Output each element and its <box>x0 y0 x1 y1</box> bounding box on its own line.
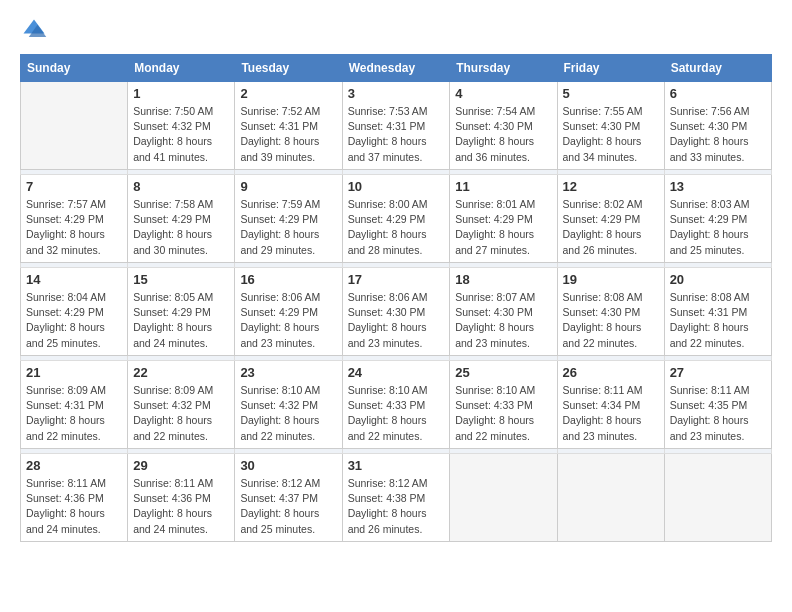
day-number: 8 <box>133 179 229 194</box>
day-cell: 23Sunrise: 8:10 AMSunset: 4:32 PMDayligh… <box>235 361 342 449</box>
day-cell: 27Sunrise: 8:11 AMSunset: 4:35 PMDayligh… <box>664 361 771 449</box>
day-number: 10 <box>348 179 445 194</box>
day-cell: 14Sunrise: 8:04 AMSunset: 4:29 PMDayligh… <box>21 268 128 356</box>
week-row-4: 21Sunrise: 8:09 AMSunset: 4:31 PMDayligh… <box>21 361 772 449</box>
day-info: Sunrise: 8:00 AMSunset: 4:29 PMDaylight:… <box>348 197 445 258</box>
day-info: Sunrise: 8:09 AMSunset: 4:31 PMDaylight:… <box>26 383 122 444</box>
day-cell: 3Sunrise: 7:53 AMSunset: 4:31 PMDaylight… <box>342 82 450 170</box>
day-info: Sunrise: 8:10 AMSunset: 4:33 PMDaylight:… <box>348 383 445 444</box>
day-cell: 1Sunrise: 7:50 AMSunset: 4:32 PMDaylight… <box>128 82 235 170</box>
week-row-3: 14Sunrise: 8:04 AMSunset: 4:29 PMDayligh… <box>21 268 772 356</box>
day-cell: 16Sunrise: 8:06 AMSunset: 4:29 PMDayligh… <box>235 268 342 356</box>
header-thursday: Thursday <box>450 55 557 82</box>
day-number: 7 <box>26 179 122 194</box>
day-info: Sunrise: 7:58 AMSunset: 4:29 PMDaylight:… <box>133 197 229 258</box>
day-number: 23 <box>240 365 336 380</box>
day-cell: 4Sunrise: 7:54 AMSunset: 4:30 PMDaylight… <box>450 82 557 170</box>
day-info: Sunrise: 8:12 AMSunset: 4:37 PMDaylight:… <box>240 476 336 537</box>
day-info: Sunrise: 8:07 AMSunset: 4:30 PMDaylight:… <box>455 290 551 351</box>
day-info: Sunrise: 8:06 AMSunset: 4:29 PMDaylight:… <box>240 290 336 351</box>
day-cell: 25Sunrise: 8:10 AMSunset: 4:33 PMDayligh… <box>450 361 557 449</box>
day-cell <box>557 454 664 542</box>
day-cell <box>664 454 771 542</box>
day-info: Sunrise: 8:09 AMSunset: 4:32 PMDaylight:… <box>133 383 229 444</box>
day-cell: 29Sunrise: 8:11 AMSunset: 4:36 PMDayligh… <box>128 454 235 542</box>
day-cell: 19Sunrise: 8:08 AMSunset: 4:30 PMDayligh… <box>557 268 664 356</box>
day-info: Sunrise: 8:11 AMSunset: 4:36 PMDaylight:… <box>133 476 229 537</box>
header-wednesday: Wednesday <box>342 55 450 82</box>
day-cell: 5Sunrise: 7:55 AMSunset: 4:30 PMDaylight… <box>557 82 664 170</box>
day-cell: 26Sunrise: 8:11 AMSunset: 4:34 PMDayligh… <box>557 361 664 449</box>
day-number: 24 <box>348 365 445 380</box>
day-info: Sunrise: 8:10 AMSunset: 4:32 PMDaylight:… <box>240 383 336 444</box>
day-cell: 10Sunrise: 8:00 AMSunset: 4:29 PMDayligh… <box>342 175 450 263</box>
day-info: Sunrise: 7:59 AMSunset: 4:29 PMDaylight:… <box>240 197 336 258</box>
day-number: 16 <box>240 272 336 287</box>
header-sunday: Sunday <box>21 55 128 82</box>
day-number: 6 <box>670 86 766 101</box>
day-info: Sunrise: 7:54 AMSunset: 4:30 PMDaylight:… <box>455 104 551 165</box>
day-cell: 6Sunrise: 7:56 AMSunset: 4:30 PMDaylight… <box>664 82 771 170</box>
day-number: 26 <box>563 365 659 380</box>
day-number: 30 <box>240 458 336 473</box>
day-cell: 17Sunrise: 8:06 AMSunset: 4:30 PMDayligh… <box>342 268 450 356</box>
day-cell: 8Sunrise: 7:58 AMSunset: 4:29 PMDaylight… <box>128 175 235 263</box>
day-number: 27 <box>670 365 766 380</box>
day-info: Sunrise: 8:08 AMSunset: 4:30 PMDaylight:… <box>563 290 659 351</box>
day-cell: 21Sunrise: 8:09 AMSunset: 4:31 PMDayligh… <box>21 361 128 449</box>
day-cell: 31Sunrise: 8:12 AMSunset: 4:38 PMDayligh… <box>342 454 450 542</box>
day-cell <box>450 454 557 542</box>
day-number: 15 <box>133 272 229 287</box>
day-info: Sunrise: 8:06 AMSunset: 4:30 PMDaylight:… <box>348 290 445 351</box>
day-info: Sunrise: 8:12 AMSunset: 4:38 PMDaylight:… <box>348 476 445 537</box>
day-cell: 12Sunrise: 8:02 AMSunset: 4:29 PMDayligh… <box>557 175 664 263</box>
header <box>20 16 772 44</box>
day-number: 20 <box>670 272 766 287</box>
week-row-2: 7Sunrise: 7:57 AMSunset: 4:29 PMDaylight… <box>21 175 772 263</box>
header-saturday: Saturday <box>664 55 771 82</box>
day-number: 14 <box>26 272 122 287</box>
day-number: 18 <box>455 272 551 287</box>
week-row-1: 1Sunrise: 7:50 AMSunset: 4:32 PMDaylight… <box>21 82 772 170</box>
day-cell: 9Sunrise: 7:59 AMSunset: 4:29 PMDaylight… <box>235 175 342 263</box>
day-number: 21 <box>26 365 122 380</box>
day-number: 25 <box>455 365 551 380</box>
day-number: 17 <box>348 272 445 287</box>
header-monday: Monday <box>128 55 235 82</box>
day-info: Sunrise: 8:11 AMSunset: 4:34 PMDaylight:… <box>563 383 659 444</box>
day-cell: 22Sunrise: 8:09 AMSunset: 4:32 PMDayligh… <box>128 361 235 449</box>
day-cell: 13Sunrise: 8:03 AMSunset: 4:29 PMDayligh… <box>664 175 771 263</box>
day-info: Sunrise: 7:57 AMSunset: 4:29 PMDaylight:… <box>26 197 122 258</box>
day-cell: 30Sunrise: 8:12 AMSunset: 4:37 PMDayligh… <box>235 454 342 542</box>
day-info: Sunrise: 8:08 AMSunset: 4:31 PMDaylight:… <box>670 290 766 351</box>
day-number: 1 <box>133 86 229 101</box>
day-info: Sunrise: 7:53 AMSunset: 4:31 PMDaylight:… <box>348 104 445 165</box>
header-row: Sunday Monday Tuesday Wednesday Thursday… <box>21 55 772 82</box>
day-info: Sunrise: 7:52 AMSunset: 4:31 PMDaylight:… <box>240 104 336 165</box>
day-info: Sunrise: 8:05 AMSunset: 4:29 PMDaylight:… <box>133 290 229 351</box>
day-cell: 15Sunrise: 8:05 AMSunset: 4:29 PMDayligh… <box>128 268 235 356</box>
day-cell: 24Sunrise: 8:10 AMSunset: 4:33 PMDayligh… <box>342 361 450 449</box>
day-info: Sunrise: 8:03 AMSunset: 4:29 PMDaylight:… <box>670 197 766 258</box>
logo-icon <box>20 16 48 44</box>
day-info: Sunrise: 7:50 AMSunset: 4:32 PMDaylight:… <box>133 104 229 165</box>
day-info: Sunrise: 8:11 AMSunset: 4:36 PMDaylight:… <box>26 476 122 537</box>
day-number: 5 <box>563 86 659 101</box>
day-cell <box>21 82 128 170</box>
day-number: 11 <box>455 179 551 194</box>
day-number: 19 <box>563 272 659 287</box>
day-info: Sunrise: 8:02 AMSunset: 4:29 PMDaylight:… <box>563 197 659 258</box>
day-number: 29 <box>133 458 229 473</box>
header-tuesday: Tuesday <box>235 55 342 82</box>
day-cell: 20Sunrise: 8:08 AMSunset: 4:31 PMDayligh… <box>664 268 771 356</box>
day-number: 28 <box>26 458 122 473</box>
day-info: Sunrise: 8:11 AMSunset: 4:35 PMDaylight:… <box>670 383 766 444</box>
day-info: Sunrise: 8:01 AMSunset: 4:29 PMDaylight:… <box>455 197 551 258</box>
day-number: 3 <box>348 86 445 101</box>
day-info: Sunrise: 8:04 AMSunset: 4:29 PMDaylight:… <box>26 290 122 351</box>
day-info: Sunrise: 7:55 AMSunset: 4:30 PMDaylight:… <box>563 104 659 165</box>
day-number: 9 <box>240 179 336 194</box>
day-number: 2 <box>240 86 336 101</box>
day-info: Sunrise: 7:56 AMSunset: 4:30 PMDaylight:… <box>670 104 766 165</box>
week-row-5: 28Sunrise: 8:11 AMSunset: 4:36 PMDayligh… <box>21 454 772 542</box>
